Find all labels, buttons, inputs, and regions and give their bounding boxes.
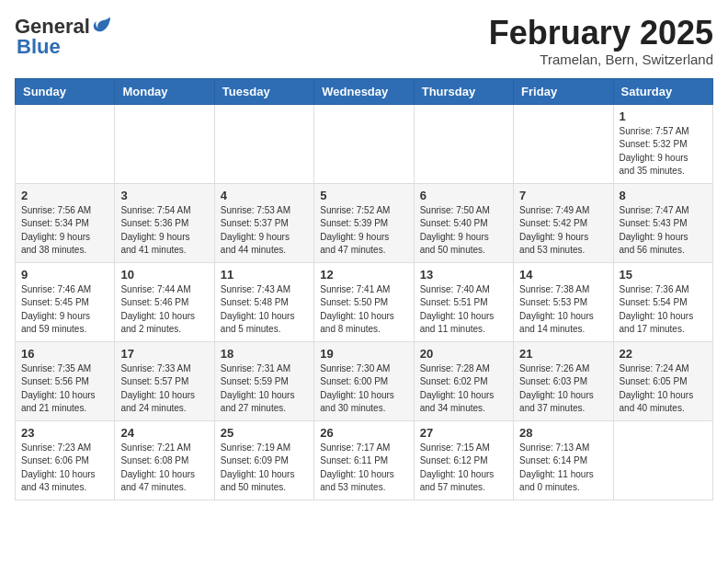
day-info: Sunrise: 7:23 AM Sunset: 6:06 PM Dayligh… [21,442,108,495]
calendar-cell: 1Sunrise: 7:57 AM Sunset: 5:32 PM Daylig… [613,104,712,183]
day-info: Sunrise: 7:40 AM Sunset: 5:51 PM Dayligh… [420,283,507,337]
day-info: Sunrise: 7:43 AM Sunset: 5:48 PM Dayligh… [221,283,308,337]
calendar-table: SundayMondayTuesdayWednesdayThursdayFrid… [15,78,713,500]
day-info: Sunrise: 7:41 AM Sunset: 5:50 PM Dayligh… [320,283,407,337]
day-info: Sunrise: 7:56 AM Sunset: 5:34 PM Dayligh… [21,204,108,258]
day-number: 15 [620,268,707,282]
weekday-header: Friday [514,78,613,104]
day-info: Sunrise: 7:47 AM Sunset: 5:43 PM Dayligh… [620,204,707,258]
day-number: 3 [120,189,208,202]
logo-blue-text: Blue [17,35,61,59]
calendar-cell [214,104,313,183]
day-info: Sunrise: 7:17 AM Sunset: 6:11 PM Dayligh… [320,442,407,495]
day-number: 6 [420,189,507,202]
calendar-cell: 14Sunrise: 7:38 AM Sunset: 5:53 PM Dayli… [514,262,613,341]
calendar-cell: 12Sunrise: 7:41 AM Sunset: 5:50 PM Dayli… [314,262,414,341]
day-number: 13 [420,268,507,282]
calendar-cell: 8Sunrise: 7:47 AM Sunset: 5:43 PM Daylig… [613,183,712,262]
day-number: 16 [21,347,108,361]
day-number: 11 [221,268,308,282]
calendar-cell: 3Sunrise: 7:54 AM Sunset: 5:36 PM Daylig… [115,183,214,262]
calendar-cell: 5Sunrise: 7:52 AM Sunset: 5:39 PM Daylig… [314,183,414,262]
day-number: 8 [620,189,707,202]
day-info: Sunrise: 7:26 AM Sunset: 6:03 PM Dayligh… [519,362,607,416]
weekday-header: Tuesday [214,78,313,104]
calendar-cell: 24Sunrise: 7:21 AM Sunset: 6:08 PM Dayli… [115,420,214,500]
day-info: Sunrise: 7:46 AM Sunset: 5:45 PM Dayligh… [21,283,108,337]
calendar-cell [613,420,712,500]
day-number: 26 [320,426,407,440]
day-number: 12 [320,268,407,282]
day-info: Sunrise: 7:24 AM Sunset: 6:05 PM Dayligh… [620,362,707,416]
day-number: 4 [221,189,308,202]
calendar-cell [16,104,115,183]
day-info: Sunrise: 7:28 AM Sunset: 6:02 PM Dayligh… [420,362,507,416]
day-number: 21 [519,347,607,361]
weekday-header: Sunday [16,78,115,104]
day-number: 19 [320,347,407,361]
day-info: Sunrise: 7:13 AM Sunset: 6:14 PM Dayligh… [519,442,607,495]
day-number: 9 [21,268,108,282]
logo-bird-icon [92,15,112,35]
calendar-cell: 10Sunrise: 7:44 AM Sunset: 5:46 PM Dayli… [115,262,214,341]
calendar-cell: 9Sunrise: 7:46 AM Sunset: 5:45 PM Daylig… [16,262,115,341]
weekday-header: Wednesday [314,78,414,104]
day-info: Sunrise: 7:30 AM Sunset: 6:00 PM Dayligh… [320,362,407,416]
day-info: Sunrise: 7:15 AM Sunset: 6:12 PM Dayligh… [420,442,507,495]
calendar-week-row: 1Sunrise: 7:57 AM Sunset: 5:32 PM Daylig… [16,104,713,183]
day-number: 10 [120,268,208,282]
day-number: 28 [519,426,607,440]
day-info: Sunrise: 7:52 AM Sunset: 5:39 PM Dayligh… [320,204,407,258]
month-title: February 2025 [489,15,713,52]
calendar-cell: 22Sunrise: 7:24 AM Sunset: 6:05 PM Dayli… [613,341,712,420]
calendar-cell: 13Sunrise: 7:40 AM Sunset: 5:51 PM Dayli… [414,262,513,341]
day-number: 20 [420,347,507,361]
day-number: 27 [420,426,507,440]
calendar-cell: 15Sunrise: 7:36 AM Sunset: 5:54 PM Dayli… [613,262,712,341]
day-number: 18 [221,347,308,361]
calendar-cell: 25Sunrise: 7:19 AM Sunset: 6:09 PM Dayli… [214,420,313,500]
day-info: Sunrise: 7:31 AM Sunset: 5:59 PM Dayligh… [221,362,308,416]
day-number: 17 [120,347,208,361]
day-number: 1 [620,109,707,123]
day-number: 7 [519,189,607,202]
weekday-header: Monday [115,78,214,104]
calendar-week-row: 2Sunrise: 7:56 AM Sunset: 5:34 PM Daylig… [16,183,713,262]
calendar-cell [414,104,513,183]
calendar-cell: 4Sunrise: 7:53 AM Sunset: 5:37 PM Daylig… [214,183,313,262]
calendar-cell: 19Sunrise: 7:30 AM Sunset: 6:00 PM Dayli… [314,341,414,420]
day-info: Sunrise: 7:19 AM Sunset: 6:09 PM Dayligh… [221,442,308,495]
day-info: Sunrise: 7:44 AM Sunset: 5:46 PM Dayligh… [120,283,208,337]
calendar-week-row: 16Sunrise: 7:35 AM Sunset: 5:56 PM Dayli… [16,341,713,420]
calendar-cell: 23Sunrise: 7:23 AM Sunset: 6:06 PM Dayli… [16,420,115,500]
location-text: Tramelan, Bern, Switzerland [489,52,713,67]
day-info: Sunrise: 7:33 AM Sunset: 5:57 PM Dayligh… [120,362,208,416]
calendar-cell: 21Sunrise: 7:26 AM Sunset: 6:03 PM Dayli… [514,341,613,420]
calendar-cell: 18Sunrise: 7:31 AM Sunset: 5:59 PM Dayli… [214,341,313,420]
calendar-cell: 11Sunrise: 7:43 AM Sunset: 5:48 PM Dayli… [214,262,313,341]
day-number: 14 [519,268,607,282]
calendar-week-row: 9Sunrise: 7:46 AM Sunset: 5:45 PM Daylig… [16,262,713,341]
day-info: Sunrise: 7:53 AM Sunset: 5:37 PM Dayligh… [221,204,308,258]
day-number: 23 [21,426,108,440]
calendar-cell [115,104,214,183]
day-info: Sunrise: 7:38 AM Sunset: 5:53 PM Dayligh… [519,283,607,337]
day-number: 2 [21,189,108,202]
calendar-cell: 2Sunrise: 7:56 AM Sunset: 5:34 PM Daylig… [16,183,115,262]
title-block: February 2025 Tramelan, Bern, Switzerlan… [489,15,713,67]
day-number: 25 [221,426,308,440]
calendar-cell: 28Sunrise: 7:13 AM Sunset: 6:14 PM Dayli… [514,420,613,500]
calendar-cell: 20Sunrise: 7:28 AM Sunset: 6:02 PM Dayli… [414,341,513,420]
calendar-cell [314,104,414,183]
day-number: 24 [120,426,208,440]
day-number: 22 [620,347,707,361]
day-info: Sunrise: 7:21 AM Sunset: 6:08 PM Dayligh… [120,442,208,495]
day-info: Sunrise: 7:36 AM Sunset: 5:54 PM Dayligh… [620,283,707,337]
calendar-cell: 26Sunrise: 7:17 AM Sunset: 6:11 PM Dayli… [314,420,414,500]
calendar-cell: 27Sunrise: 7:15 AM Sunset: 6:12 PM Dayli… [414,420,513,500]
day-info: Sunrise: 7:54 AM Sunset: 5:36 PM Dayligh… [120,204,208,258]
calendar-cell: 17Sunrise: 7:33 AM Sunset: 5:57 PM Dayli… [115,341,214,420]
day-info: Sunrise: 7:57 AM Sunset: 5:32 PM Dayligh… [620,125,707,178]
day-info: Sunrise: 7:35 AM Sunset: 5:56 PM Dayligh… [21,362,108,416]
calendar-cell: 7Sunrise: 7:49 AM Sunset: 5:42 PM Daylig… [514,183,613,262]
